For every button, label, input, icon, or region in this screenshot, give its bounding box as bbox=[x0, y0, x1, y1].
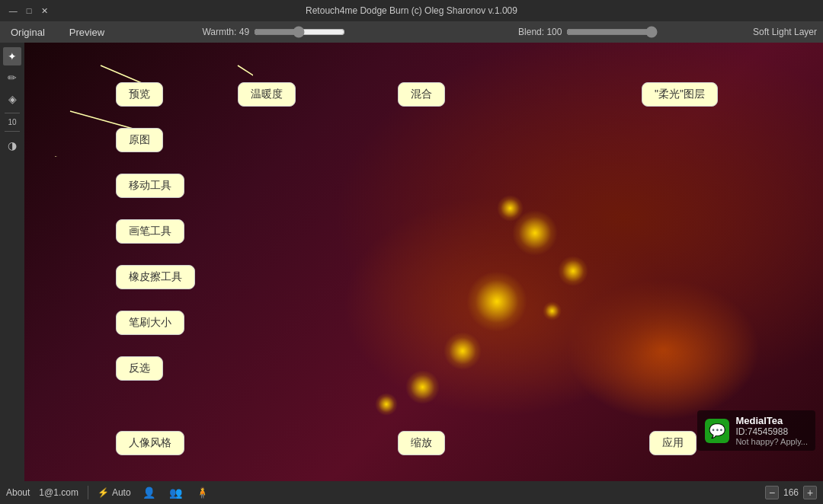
zoom-out-button[interactable]: − bbox=[765, 486, 779, 499]
tooltip-move-tool: 移动工具 bbox=[116, 174, 184, 198]
highlight-2 bbox=[558, 256, 588, 286]
contrast-tool[interactable]: ◑ bbox=[3, 136, 21, 155]
tooltip-brush-tool: 画笔工具 bbox=[116, 219, 184, 244]
warmth-slider[interactable] bbox=[254, 26, 345, 38]
zoom-value: 166 bbox=[783, 487, 799, 498]
user-icon-3[interactable]: 🧍 bbox=[194, 486, 211, 499]
blend-slider[interactable] bbox=[566, 26, 658, 38]
canvas-area[interactable]: 预览 原图 移动工具 画笔工具 橡皮擦工具 笔刷大小 反选 温暖度 bbox=[24, 43, 823, 481]
pointer-tool[interactable]: ✦ bbox=[3, 47, 21, 65]
user-icon-1[interactable]: 👤 bbox=[140, 486, 158, 499]
tooltip-original: 原图 bbox=[116, 128, 163, 152]
left-sidebar: ✦ ✏ ◈ 10 ◑ bbox=[0, 43, 24, 481]
top-toolbar: Original Preview Warmth: 49 Blend: 100 S… bbox=[0, 21, 823, 43]
separator-1 bbox=[88, 486, 88, 499]
about-link[interactable]: About bbox=[6, 487, 30, 498]
warmth-label: Warmth: 49 bbox=[202, 27, 249, 37]
close-button[interactable]: ✕ bbox=[37, 3, 52, 18]
bottom-bar: About 1@1.com ⚡ Auto 👤 👥 🧍 − 166 + bbox=[0, 481, 823, 504]
website-link[interactable]: 1@1.com bbox=[39, 487, 78, 498]
tooltip-brush-size: 笔刷大小 bbox=[116, 311, 184, 335]
auto-label[interactable]: Auto bbox=[112, 487, 131, 498]
highlight-5 bbox=[497, 195, 524, 222]
blend-label: Blend: 100 bbox=[518, 27, 562, 37]
watermark: 💬 MedialTea ID:74545988 Not happy? Apply… bbox=[697, 410, 815, 451]
tool-separator-2 bbox=[5, 131, 20, 132]
tooltip-eraser-tool: 橡皮擦工具 bbox=[116, 265, 195, 289]
watermark-icon: 💬 bbox=[705, 419, 729, 443]
zoom-group: − 166 + bbox=[765, 486, 817, 499]
highlight-8 bbox=[375, 393, 398, 416]
tooltip-warmth: 温暖度 bbox=[238, 82, 296, 107]
soft-light-label: Soft Light Layer bbox=[753, 27, 817, 37]
user-icon-2[interactable]: 👥 bbox=[167, 486, 184, 499]
highlight-4 bbox=[444, 332, 482, 370]
tooltip-blend: 混合 bbox=[398, 82, 445, 107]
main-area: ✦ ✏ ◈ 10 ◑ bbox=[0, 43, 823, 481]
watermark-text: MedialTea ID:74545988 Not happy? Apply..… bbox=[735, 415, 808, 446]
original-tab[interactable]: Original bbox=[6, 25, 50, 40]
preview-tab[interactable]: Preview bbox=[65, 25, 109, 40]
maximize-button[interactable]: □ bbox=[22, 3, 37, 18]
auto-group: ⚡ Auto bbox=[98, 487, 131, 498]
app-title: Retouch4me Dodge Burn (c) Oleg Sharonov … bbox=[52, 5, 771, 16]
highlight-7 bbox=[405, 370, 440, 404]
eraser-tool[interactable]: ◈ bbox=[3, 90, 21, 108]
tooltip-soft-light: "柔光"图层 bbox=[642, 82, 718, 107]
tooltip-invert: 反选 bbox=[116, 356, 163, 381]
tooltip-preview: 预览 bbox=[116, 82, 163, 107]
highlight-6 bbox=[543, 301, 562, 321]
tool-separator-1 bbox=[5, 113, 20, 113]
tooltip-zoom: 缩放 bbox=[398, 431, 445, 455]
title-bar: — □ ✕ Retouch4me Dodge Burn (c) Oleg Sha… bbox=[0, 0, 823, 21]
brush-tool[interactable]: ✏ bbox=[3, 69, 21, 87]
highlight-3 bbox=[466, 271, 527, 332]
minimize-button[interactable]: — bbox=[6, 3, 21, 18]
tooltip-portrait-style: 人像风格 bbox=[116, 431, 184, 455]
warmth-control: Warmth: 49 bbox=[124, 26, 423, 38]
blend-control: Blend: 100 bbox=[439, 26, 738, 38]
highlight-1 bbox=[512, 210, 558, 256]
tooltip-apply: 应用 bbox=[649, 431, 697, 455]
brush-size-value: 10 bbox=[8, 118, 16, 126]
zoom-in-button[interactable]: + bbox=[803, 486, 817, 499]
auto-icon: ⚡ bbox=[98, 487, 109, 498]
